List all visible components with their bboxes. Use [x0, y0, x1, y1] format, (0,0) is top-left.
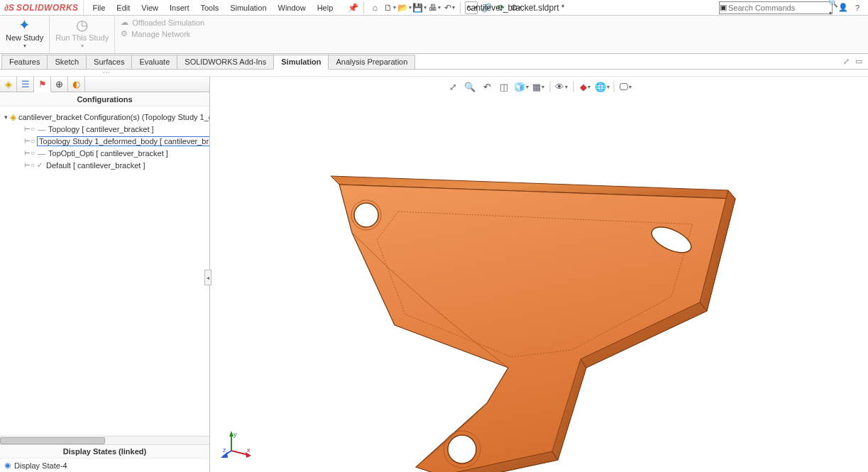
- tree-item-label: Topology [ cantilever_bracket ]: [48, 125, 154, 133]
- new-study-label: New Study: [6, 33, 43, 42]
- home-icon[interactable]: ⌂: [368, 1, 381, 14]
- options-icon[interactable]: ⚙: [510, 1, 522, 14]
- tree-item-topology[interactable]: ⊢○ — Topology [ cantilever_bracket ]: [1, 123, 208, 135]
- titlebar-right-icons: 👤 ?: [833, 3, 868, 13]
- help-icon[interactable]: ?: [852, 3, 862, 13]
- tree-item-label: TopOpti_Opti [ cantilever_bracket ]: [48, 149, 168, 158]
- offloaded-sim: ☁Offloaded Simulation: [121, 18, 204, 27]
- tab-addins[interactable]: SOLIDWORKS Add-Ins: [177, 55, 274, 69]
- display-state-icon: ◉: [4, 461, 11, 470]
- menu-tools[interactable]: Tools: [195, 1, 224, 14]
- panel-tab-dimxpert[interactable]: ⊕: [51, 77, 68, 92]
- config-flag-icon: ⊢○: [24, 125, 35, 133]
- menu-edit[interactable]: Edit: [111, 1, 135, 14]
- new-document-icon[interactable]: 🗋: [383, 1, 396, 14]
- tree-hscroll[interactable]: [0, 436, 209, 444]
- rebuild-icon[interactable]: ⟳: [495, 1, 507, 14]
- feature-manager-panel: ◈ ☰ ⚑ ⊕ ◐ Configurations ▾ ◈ cantilever_…: [0, 77, 210, 472]
- dropdown-icon: ▾: [81, 43, 84, 49]
- tree-item-default[interactable]: ⊢○ ✓ Default [ cantilever_bracket ]: [1, 159, 208, 171]
- scroll-thumb[interactable]: [0, 437, 105, 444]
- main-area: ◈ ☰ ⚑ ⊕ ◐ Configurations ▾ ◈ cantilever_…: [0, 77, 868, 472]
- run-study-label: Run This Study: [55, 33, 109, 42]
- open-icon[interactable]: 📂: [398, 1, 411, 14]
- part-icon: ◈: [10, 112, 16, 122]
- search-commands[interactable]: ▣ 🔍: [719, 1, 833, 14]
- config-flag-icon: ⊢○: [24, 149, 35, 157]
- triad-z-label: z: [223, 446, 226, 454]
- search-prefix-icon: ▣: [720, 3, 727, 12]
- menu-file[interactable]: File: [88, 1, 111, 14]
- tree-item-label: Default [ cantilever_bracket ]: [46, 161, 145, 170]
- user-icon[interactable]: 👤: [838, 3, 848, 13]
- panel-tab-display[interactable]: ◐: [68, 77, 85, 92]
- panel-tab-property[interactable]: ☰: [17, 77, 34, 92]
- menu-toolbar-icons: 📌 ⌂ 🗋 📂 💾 🖶 ↶ ↖ 🔗 ⟳ ⚙: [346, 1, 522, 14]
- section-view-icon[interactable]: ◫: [497, 79, 511, 94]
- apply-scene-icon[interactable]: 🌐: [595, 79, 609, 94]
- panel-header: Configurations: [0, 92, 209, 106]
- edit-appearance-icon[interactable]: ◆: [578, 79, 592, 94]
- view-heads-up-toolbar: ⤢ 🔍 ↶ ◫ 🧊 ▦ 👁 ◆ 🌐 🖵: [444, 78, 634, 95]
- view-settings-icon[interactable]: 🖵: [618, 79, 632, 94]
- print-icon[interactable]: 🖶: [428, 1, 441, 14]
- pushpin-icon[interactable]: 📌: [346, 1, 359, 14]
- collapse-icon[interactable]: ▾: [4, 114, 8, 121]
- tree-item-topopti[interactable]: ⊢○ — TopOpti_Opti [ cantilever_bracket ]: [1, 147, 208, 159]
- separator: [549, 81, 550, 92]
- graphics-viewport[interactable]: ⤢ 🔍 ↶ ◫ 🧊 ▦ 👁 ◆ 🌐 🖵: [210, 77, 868, 472]
- grip-icon: ⋯: [103, 69, 110, 77]
- expand-icon[interactable]: ⤢: [842, 57, 851, 66]
- zoom-area-icon[interactable]: 🔍: [463, 79, 477, 94]
- ruler-row: ⋯: [0, 70, 868, 77]
- panel-collapse-handle[interactable]: ◂: [204, 270, 211, 285]
- new-study-icon: ✦: [18, 17, 31, 33]
- panel-tab-feature[interactable]: ◈: [0, 77, 17, 92]
- display-style-icon[interactable]: ▦: [531, 79, 545, 94]
- search-input[interactable]: [727, 4, 826, 12]
- select-icon[interactable]: ↖: [465, 1, 478, 14]
- tab-analysis-prep[interactable]: Analysis Preparation: [328, 55, 415, 69]
- zoom-fit-icon[interactable]: ⤢: [446, 79, 460, 94]
- tree-root[interactable]: ▾ ◈ cantilever_bracket Configuration(s) …: [1, 111, 208, 123]
- ribbon-network-group: ☁Offloaded Simulation ⚙Manage Network: [115, 16, 210, 53]
- ribbon-run-study: ◷ Run This Study ▾: [50, 16, 115, 53]
- model-3d-view: [309, 155, 757, 472]
- link-icon[interactable]: 🔗: [480, 1, 493, 14]
- menu-view[interactable]: View: [136, 1, 163, 14]
- view-orientation-icon[interactable]: 🧊: [514, 79, 528, 94]
- tab-sketch[interactable]: Sketch: [47, 55, 87, 69]
- triad-y-label: y: [234, 431, 237, 438]
- menu-window[interactable]: Window: [273, 1, 311, 14]
- display-state-label: Display State-4: [14, 461, 67, 470]
- panel-tab-configurations[interactable]: ⚑: [34, 77, 51, 92]
- view-triad[interactable]: y x z: [223, 431, 251, 459]
- save-icon[interactable]: 💾: [413, 1, 426, 14]
- tab-surfaces[interactable]: Surfaces: [86, 55, 132, 69]
- run-study-icon: ◷: [76, 17, 88, 33]
- network-icon: ⚙: [121, 29, 128, 38]
- menu-simulation[interactable]: Simulation: [225, 1, 271, 14]
- config-flag-icon: ⊢○: [24, 137, 35, 145]
- dropdown-icon: ▾: [23, 43, 26, 49]
- separator: [613, 81, 614, 92]
- tab-features[interactable]: Features: [1, 55, 48, 69]
- undo-icon[interactable]: ↶: [443, 1, 456, 14]
- ribbon-new-study[interactable]: ✦ New Study ▾: [0, 16, 50, 53]
- minimize-icon[interactable]: ▭: [854, 57, 864, 66]
- previous-view-icon[interactable]: ↶: [480, 79, 494, 94]
- hide-show-icon[interactable]: 👁: [554, 79, 568, 94]
- display-states-body[interactable]: ◉ Display State-4: [0, 459, 209, 472]
- tab-evaluate[interactable]: Evaluate: [131, 55, 177, 69]
- app-logo: ∂S SOLIDWORKS: [0, 0, 84, 15]
- ribbon: ✦ New Study ▾ ◷ Run This Study ▾ ☁Offloa…: [0, 16, 868, 54]
- tree-item-topology-study-1[interactable]: ⊢○ Topology Study 1_deformed_body [ cant…: [1, 135, 208, 147]
- check-icon: ✓: [37, 161, 43, 169]
- manage-network-label: Manage Network: [131, 30, 190, 38]
- svg-point-3: [448, 435, 476, 463]
- tab-simulation[interactable]: Simulation: [273, 55, 329, 70]
- menu-insert[interactable]: Insert: [165, 1, 194, 14]
- menu-help[interactable]: Help: [312, 1, 339, 14]
- separator: [363, 2, 364, 13]
- dash-icon: —: [38, 149, 45, 158]
